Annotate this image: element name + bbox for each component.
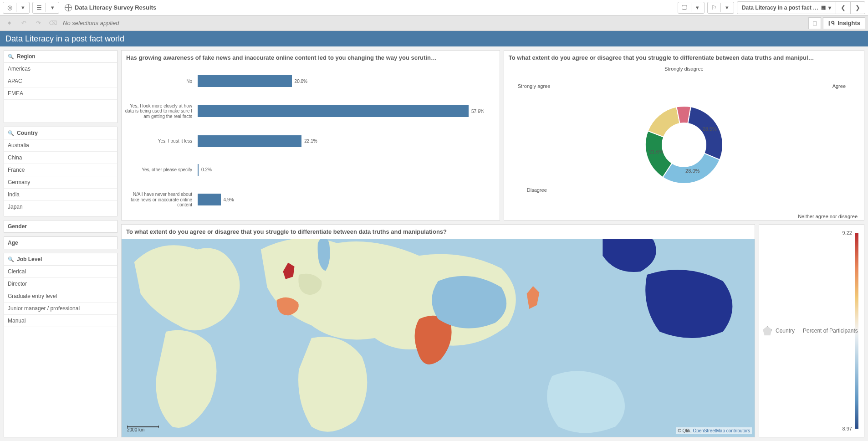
main-area: Has growing awareness of fake news and i… [121,50,864,437]
filter-gender[interactable]: Gender [4,220,117,233]
list-item[interactable]: Director [4,278,117,290]
bookmark-menu[interactable]: ⚐ ▾ [707,2,734,14]
bar-value: 0.2% [201,167,212,172]
map-object[interactable]: To what extent do you agree or disagree … [121,224,755,437]
bar-row[interactable]: N/A I have never heard about fake news o… [123,192,492,208]
bar-row[interactable]: Yes, I trust it less 22.1% [123,135,492,148]
search-icon: 🔍 [8,54,14,60]
donut-label-strongly-agree: Strongly agree [518,83,551,89]
map-legend: 9.22 8.97 Country Percent of Participant… [759,224,864,437]
chevron-down-icon: ▾ [828,5,831,11]
filter-country-label: Country [17,130,38,136]
filter-age-label: Age [8,240,18,246]
filter-region: 🔍Region AmericasAPACEMEA [4,50,117,123]
bar-track: 22.1% [198,135,492,148]
search-icon: 🔍 [8,130,14,136]
bar-value: 20.0% [295,79,307,84]
list-item[interactable]: Germany [4,176,117,189]
list-item[interactable]: Singapore [4,213,117,216]
sheet-grid-icon: ▦ [821,5,826,10]
sheet-header: Data Literacy in a post fact world [0,31,868,46]
insights-button[interactable]: ⫿ᑫ Insights [823,17,865,29]
chevron-down-icon[interactable]: ▾ [46,2,59,13]
donut-chart-title: To what extent do you agree or disagree … [504,51,864,65]
insights-icon: ⫿ᑫ [828,20,835,26]
bar-label: Yes, I trust it less [123,138,194,144]
top-toolbar: ◎ ▾ ☰ ▾ Data Literacy Survey Results 🖵 ▾… [0,0,868,15]
filter-country-header[interactable]: 🔍Country [4,127,117,139]
donut-label-agree: Agree [832,83,846,89]
chevron-down-icon[interactable]: ▾ [16,2,29,13]
bar-chart-object[interactable]: Has growing awareness of fake news and i… [121,50,500,220]
donut-label-strongly-disagree: Strongly disagree [664,66,704,72]
donut-chart-object[interactable]: To what extent do you agree or disagree … [504,50,864,220]
sheet-selector[interactable]: Data Literacy in a post fact … ▦ ▾ [737,5,836,11]
bar-chart-body: No 20.0% Yes, I look more closely at how… [122,65,500,220]
legend-dimension: Country [776,328,795,334]
bar-track: 20.0% [198,75,492,87]
filter-age[interactable]: Age [4,236,117,249]
list-item[interactable]: Graduate entry level [4,290,117,303]
bar-row[interactable]: Yes, other please specify 0.2% [123,164,492,176]
donut-chart-body: 28.5%28.0%21.6% Strongly disagree Agree … [504,65,864,220]
map-title: To what extent do you agree or disagree … [122,225,755,239]
filter-joblevel-label: Job Level [17,256,42,262]
list-item[interactable]: APAC [4,75,117,87]
bookmark-icon[interactable]: ⚐ [708,2,720,13]
list-item[interactable]: Junior manager / professional [4,303,117,315]
list-item[interactable]: France [4,164,117,176]
bar-label: Yes, other please specify [123,167,194,173]
filter-gender-label: Gender [8,223,27,230]
sheet-navigator: Data Literacy in a post fact … ▦ ▾ ❮ ❯ [737,1,865,14]
bar-label: No [123,79,194,84]
smart-search-icon[interactable]: ⌖ [3,17,15,29]
selections-text: No selections applied [63,20,119,26]
list-item[interactable]: EMEA [4,87,117,100]
next-sheet-button[interactable]: ❯ [850,2,865,14]
list-item[interactable]: China [4,152,117,164]
compass-icon[interactable]: ◎ [3,2,16,13]
monitor-icon[interactable]: 🖵 [678,2,691,13]
bar-track: 0.2% [198,164,492,176]
map-body[interactable]: 2000 km © Qlik, OpenStreetMap contributo… [122,239,755,437]
list-item[interactable]: Manual [4,315,117,327]
chevron-down-icon[interactable]: ▾ [691,2,704,13]
svg-text:28.5%: 28.5% [702,126,716,132]
map-attribution: © Qlik, OpenStreetMap contributors [676,427,752,434]
list-item[interactable]: India [4,189,117,201]
list-item[interactable]: Americas [4,63,117,75]
search-icon: 🔍 [8,256,14,262]
selection-tool-icon[interactable]: ◻ [808,17,821,29]
filter-region-header[interactable]: 🔍Region [4,51,117,63]
donut-label-disagree: Disagree [527,187,547,193]
map-scale: 2000 km [127,426,159,432]
filter-joblevel-header[interactable]: 🔍Job Level [4,253,117,266]
filter-joblevel: 🔍Job Level ClericalDirectorGraduate entr… [4,253,117,437]
insights-label: Insights [837,20,860,26]
app-title-text: Data Literacy Survey Results [75,4,156,11]
bar-fill [198,135,301,147]
list-item[interactable]: Australia [4,139,117,152]
filter-region-label: Region [17,53,36,60]
list-icon[interactable]: ☰ [33,2,46,13]
list-item[interactable]: Clerical [4,266,117,278]
app-title: Data Literacy Survey Results [65,4,156,11]
bar-row[interactable]: Yes, I look more closely at how data is … [123,103,492,119]
bar-fill [198,75,292,87]
present-menu[interactable]: 🖵 ▾ [678,2,705,14]
bar-fill [198,194,221,205]
bar-value: 4.9% [224,197,234,202]
prev-sheet-button[interactable]: ❮ [836,2,850,14]
sheet-title: Data Literacy in a post fact world [5,34,124,44]
nav-menu-group: ◎ ▾ [3,2,30,14]
step-back-icon: ↶ [17,17,30,29]
legend-min: 8.97 [842,426,852,431]
chevron-down-icon[interactable]: ▾ [721,2,734,13]
bar-value: 22.1% [304,138,317,144]
list-item[interactable]: Japan [4,201,117,213]
bar-row[interactable]: No 20.0% [123,75,492,87]
country-usa[interactable] [645,270,732,338]
bar-label: N/A I have never heard about fake news o… [123,192,194,208]
bar-track: 4.9% [198,193,492,206]
osm-link[interactable]: OpenStreetMap contributors [693,428,750,433]
